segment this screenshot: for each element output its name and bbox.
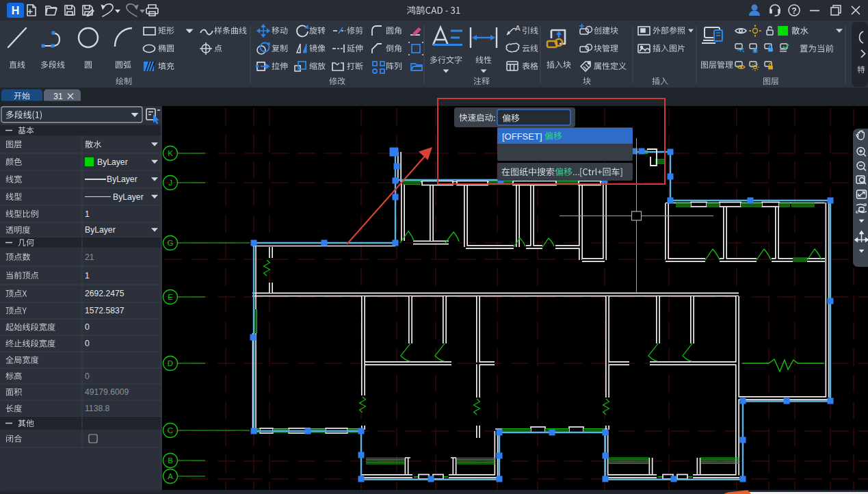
- svg-text:?: ?: [791, 6, 796, 16]
- svg-text:G: G: [168, 239, 174, 247]
- svg-text:J: J: [168, 179, 172, 187]
- svg-text:ByLayer: ByLayer: [113, 192, 144, 202]
- svg-text:1138.8: 1138.8: [85, 404, 110, 413]
- svg-text:1572.5837: 1572.5837: [85, 306, 124, 315]
- svg-text:H: H: [12, 5, 20, 16]
- svg-text:B: B: [168, 456, 173, 465]
- svg-text:[OFFSET]: [OFFSET]: [502, 131, 542, 142]
- svg-text:1: 1: [85, 209, 90, 219]
- svg-text:...: ...: [573, 167, 580, 177]
- svg-text:ByLayer: ByLayer: [107, 174, 137, 184]
- svg-text:C: C: [168, 426, 173, 434]
- svg-text:D: D: [168, 359, 173, 367]
- svg-text:2692.2475: 2692.2475: [85, 289, 124, 298]
- svg-text:0: 0: [85, 339, 90, 348]
- svg-text:1: 1: [85, 271, 90, 281]
- svg-text:K: K: [168, 149, 173, 157]
- svg-text:49179.6009: 49179.6009: [85, 387, 129, 397]
- svg-text:ByLayer: ByLayer: [97, 157, 128, 167]
- svg-text:31: 31: [53, 92, 63, 101]
- svg-text:0: 0: [85, 322, 90, 332]
- svg-text:A: A: [168, 472, 173, 480]
- svg-text:21: 21: [85, 252, 94, 262]
- svg-text:ByLayer: ByLayer: [85, 225, 116, 235]
- svg-text:E: E: [168, 293, 173, 301]
- svg-text:0: 0: [85, 372, 90, 381]
- svg-text:A: A: [515, 24, 521, 32]
